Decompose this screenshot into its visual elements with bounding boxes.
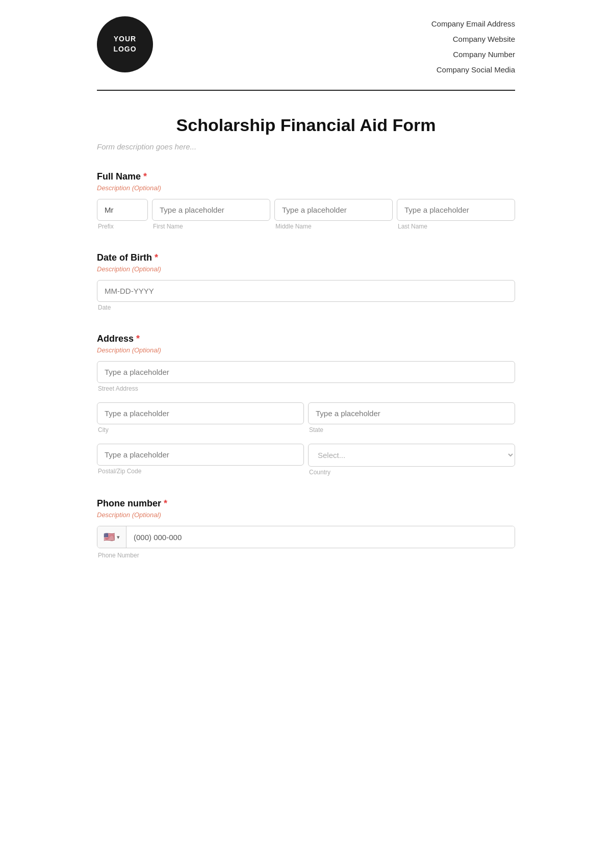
state-label: State <box>308 426 515 433</box>
fullname-description: Description (Optional) <box>97 184 515 192</box>
company-social-label: Company Social Media <box>431 62 515 78</box>
dob-field-label: Date <box>97 304 515 311</box>
logo-text-line2: LOGO <box>113 44 136 55</box>
prefix-input[interactable] <box>97 199 148 221</box>
firstname-input[interactable] <box>152 199 270 221</box>
firstname-group: First Name <box>152 199 270 230</box>
phone-description: Description (Optional) <box>97 511 515 519</box>
city-group: City <box>97 402 304 433</box>
city-label: City <box>97 426 304 433</box>
dob-required-star: * <box>152 252 158 263</box>
zip-group: Postal/Zip Code <box>97 444 304 476</box>
city-state-row: City State <box>97 402 515 433</box>
middlename-group: Middle Name <box>274 199 393 230</box>
phone-field-label: Phone Number <box>97 552 139 559</box>
zip-input[interactable] <box>97 444 304 466</box>
address-section: Address * Description (Optional) Street … <box>97 334 515 476</box>
dob-input[interactable] <box>97 280 515 302</box>
street-input[interactable] <box>97 361 515 383</box>
prefix-label: Prefix <box>97 223 148 230</box>
company-logo: YOUR LOGO <box>97 16 153 72</box>
company-website-label: Company Website <box>431 32 515 47</box>
fullname-section: Full Name * Description (Optional) Prefi… <box>97 171 515 230</box>
address-description: Description (Optional) <box>97 346 515 354</box>
address-required-star: * <box>134 334 140 344</box>
phone-section: Phone number * Description (Optional) 🇺🇸… <box>97 498 515 559</box>
state-group: State <box>308 402 515 433</box>
fullname-input-row: Prefix First Name Middle Name Last Name <box>97 199 515 230</box>
phone-flag-button[interactable]: 🇺🇸 ▾ <box>97 526 126 548</box>
form-description: Form description goes here... <box>97 142 515 151</box>
zip-country-row: Postal/Zip Code Select... Country <box>97 444 515 476</box>
firstname-label: First Name <box>152 223 270 230</box>
form-title: Scholarship Financial Aid Form <box>97 115 515 135</box>
state-input[interactable] <box>308 402 515 424</box>
phone-flag-icon: 🇺🇸 <box>104 531 115 543</box>
page-header: YOUR LOGO Company Email Address Company … <box>76 0 536 90</box>
country-group: Select... Country <box>308 444 515 476</box>
company-number-label: Company Number <box>431 47 515 62</box>
city-input[interactable] <box>97 402 304 424</box>
lastname-group: Last Name <box>397 199 515 230</box>
lastname-label: Last Name <box>397 223 515 230</box>
country-label: Country <box>308 469 515 476</box>
street-input-group: Street Address <box>97 361 515 392</box>
phone-input-row: 🇺🇸 ▾ <box>97 526 515 548</box>
phone-chevron-icon: ▾ <box>117 534 120 541</box>
address-label: Address * <box>97 334 515 344</box>
prefix-group: Prefix <box>97 199 148 230</box>
country-select[interactable]: Select... <box>308 444 515 467</box>
phone-required-star: * <box>161 498 167 508</box>
middlename-input[interactable] <box>274 199 393 221</box>
dob-label: Date of Birth * <box>97 252 515 263</box>
street-label: Street Address <box>97 385 515 392</box>
phone-label: Phone number * <box>97 498 515 509</box>
zip-label: Postal/Zip Code <box>97 468 304 475</box>
middlename-label: Middle Name <box>274 223 393 230</box>
phone-number-input[interactable] <box>126 526 515 548</box>
logo-text-line1: YOUR <box>114 34 136 44</box>
company-info: Company Email Address Company Website Co… <box>431 16 515 78</box>
form-content: Scholarship Financial Aid Form Form desc… <box>76 91 536 612</box>
fullname-label: Full Name * <box>97 171 515 182</box>
dob-input-group: Date <box>97 280 515 311</box>
lastname-input[interactable] <box>397 199 515 221</box>
dob-description: Description (Optional) <box>97 265 515 273</box>
fullname-required-star: * <box>141 171 147 182</box>
company-email-label: Company Email Address <box>431 16 515 32</box>
dob-section: Date of Birth * Description (Optional) D… <box>97 252 515 311</box>
